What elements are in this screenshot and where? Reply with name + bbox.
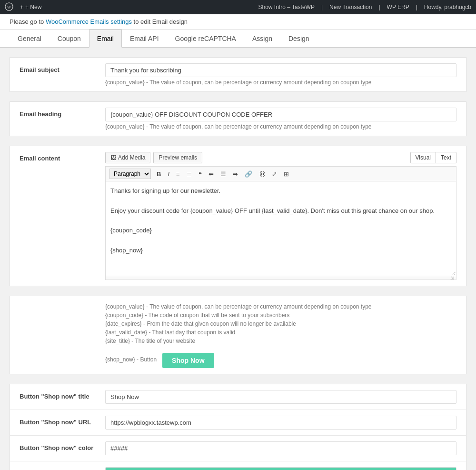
email-subject-label: Email subject — [20, 63, 105, 73]
italic-button[interactable]: I — [165, 169, 172, 179]
shop-now-bg-color-field — [105, 467, 456, 470]
shop-now-title-field — [105, 390, 456, 404]
bold-button[interactable]: B — [154, 169, 164, 179]
align-left-button[interactable]: ⬅ — [206, 169, 217, 179]
separator-3: | — [416, 4, 417, 10]
tab-coupon[interactable]: Coupon — [50, 30, 89, 48]
unlink-button[interactable]: ⛓ — [256, 169, 268, 179]
help-section: {coupon_value} - The value of coupon, ca… — [10, 296, 466, 374]
woocommerce-emails-link[interactable]: WooCommerce Emails settings — [46, 18, 132, 25]
shop-now-title-input[interactable] — [105, 390, 456, 404]
shop-now-color-input[interactable] — [105, 441, 456, 455]
editor-toolbar-left: 🖼 Add Media Preview emails — [105, 152, 202, 163]
email-subject-input[interactable] — [105, 63, 456, 77]
fullscreen-button[interactable]: ⤢ — [269, 169, 280, 179]
plus-icon: + — [20, 4, 23, 10]
ol-button[interactable]: ≣ — [184, 169, 195, 179]
email-content-row: Email content 🖼 Add Media Preview emails… — [20, 152, 456, 280]
help-text-2: {date_expires} - From the date that give… — [105, 320, 456, 327]
tab-design[interactable]: Design — [280, 30, 317, 48]
svg-text:W: W — [7, 4, 11, 9]
email-heading-input[interactable] — [105, 108, 456, 121]
format-select[interactable]: Paragraph Heading 1 Heading 2 Heading 3 — [109, 169, 151, 179]
resize-icon: ⇲ — [450, 275, 454, 280]
shop-now-url-label: Button "Shop now" URL — [20, 416, 105, 426]
help-text-1: {coupon_code} - The code of coupon that … — [105, 312, 456, 319]
email-heading-row: Email heading {coupon_value} - The value… — [10, 101, 466, 136]
tab-visual[interactable]: Visual — [411, 152, 436, 163]
tab-recaptcha[interactable]: Google reCAPTCHA — [167, 30, 244, 48]
notice-bar: Please go to WooCommerce Emails settings… — [0, 14, 476, 30]
shop-now-url-row: Button "Shop now" URL — [10, 410, 466, 436]
link-button[interactable]: 🔗 — [242, 169, 255, 179]
editor-line-4: {shop_now} — [110, 246, 451, 256]
shop-now-bg-color-row: Button "Shop now" background color — [10, 461, 466, 470]
admin-bar: W + + New Show Intro – TasteWP | New Tra… — [0, 0, 476, 14]
shop-now-bg-color-label: Button "Shop now" background color — [20, 467, 105, 470]
align-center-button[interactable]: ☰ — [218, 169, 229, 179]
shop-now-color-field — [105, 441, 456, 455]
help-text-0: {coupon_value} - The value of coupon, ca… — [105, 303, 456, 310]
help-text-4: {site_title} - The title of your website — [105, 338, 456, 344]
shop-now-title-row: Button "Shop now" title — [10, 384, 466, 410]
shop-now-bg-color-input[interactable] — [105, 467, 456, 470]
editor-line-1: Thanks for signing up for our newsletter… — [110, 186, 451, 196]
email-content-inner: 🖼 Add Media Preview emails Visual Text P… — [105, 152, 456, 280]
email-subject-field: {coupon_value} - The value of coupon, ca… — [105, 63, 456, 86]
editor-top-toolbar: 🖼 Add Media Preview emails Visual Text — [105, 152, 456, 163]
shop-now-label: {shop_now} - Button — [105, 356, 157, 363]
howdy-link[interactable]: Howdy, prabhugcb — [424, 4, 471, 10]
tabs-container: General Coupon Email Email API Google re… — [0, 30, 476, 48]
email-heading-field: {coupon_value} - The value of coupon, ca… — [105, 108, 456, 130]
align-right-button[interactable]: ➡ — [230, 169, 241, 179]
wp-logo-icon: W — [5, 2, 13, 12]
shop-now-color-row: Button "Shop now" color — [10, 436, 466, 461]
editor-area[interactable]: Thanks for signing up for our newsletter… — [105, 181, 456, 276]
tab-email[interactable]: Email — [89, 30, 122, 48]
show-intro-link[interactable]: Show Intro – TasteWP — [258, 4, 315, 10]
shop-now-button-preview: Shop Now — [162, 353, 214, 368]
tab-email-api[interactable]: Email API — [122, 30, 167, 48]
email-subject-help: {coupon_value} - The value of coupon, ca… — [105, 79, 456, 86]
format-toolbar: Paragraph Heading 1 Heading 2 Heading 3 … — [105, 166, 456, 181]
admin-bar-left: W + + New — [5, 2, 41, 12]
tab-text[interactable]: Text — [436, 152, 456, 163]
email-heading-label: Email heading — [20, 108, 105, 118]
separator-2: | — [378, 4, 380, 10]
table-button[interactable]: ⊞ — [281, 169, 292, 179]
media-icon: 🖼 — [110, 154, 116, 161]
fields-group: Button "Shop now" title Button "Shop now… — [10, 384, 466, 470]
new-transaction-link[interactable]: New Transaction — [329, 4, 372, 10]
ul-button[interactable]: ≡ — [173, 169, 183, 179]
main-content: Email subject {coupon_value} - The value… — [0, 48, 476, 470]
blockquote-button[interactable]: ❝ — [196, 169, 205, 179]
email-content-label: Email content — [20, 152, 105, 162]
editor-resize-handle[interactable]: ⇲ — [105, 276, 456, 280]
shop-now-url-input[interactable] — [105, 416, 456, 430]
email-heading-help: {coupon_value} - The value of coupon, ca… — [105, 123, 456, 130]
shop-now-url-field — [105, 416, 456, 430]
add-media-button[interactable]: 🖼 Add Media — [105, 152, 150, 163]
editor-line-2: Enjoy your discount code for {coupon_val… — [110, 206, 451, 216]
preview-emails-button[interactable]: Preview emails — [153, 152, 202, 163]
admin-bar-right: Show Intro – TasteWP | New Transaction |… — [258, 4, 471, 10]
email-subject-row: Email subject {coupon_value} - The value… — [10, 57, 466, 92]
email-content-wrapper: Email content 🖼 Add Media Preview emails… — [10, 146, 466, 286]
tab-general[interactable]: General — [10, 30, 50, 48]
help-text-3: {last_valid_date} - That last day that c… — [105, 329, 456, 336]
shop-now-color-label: Button "Shop now" color — [20, 441, 105, 451]
bottom-fields-section: Button "Shop now" title Button "Shop now… — [10, 384, 466, 470]
visual-text-tabs: Visual Text — [410, 152, 456, 163]
wp-erp-link[interactable]: WP ERP — [387, 4, 409, 10]
separator-1: | — [321, 4, 323, 10]
shop-now-title-label: Button "Shop now" title — [20, 390, 105, 400]
shop-now-preview-row: {shop_now} - Button Shop Now — [105, 349, 456, 368]
tab-assign[interactable]: Assign — [244, 30, 280, 48]
new-tab-button[interactable]: + + New — [20, 4, 41, 10]
editor-line-3: {coupon_code} — [110, 226, 451, 236]
